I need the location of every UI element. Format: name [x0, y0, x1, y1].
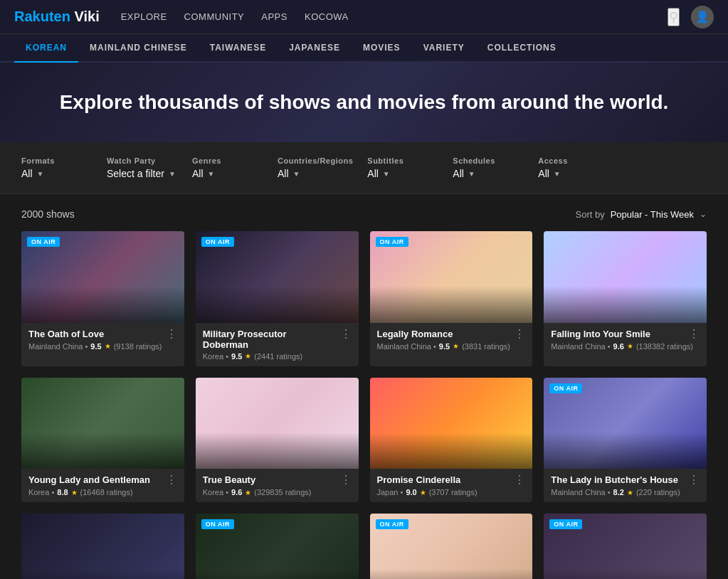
thumb-overlay: [196, 432, 359, 469]
rakuten-text: Rakuten: [14, 9, 70, 24]
show-card[interactable]: ON AIRWhy Women Love⋮Mainland China • 9.…: [370, 514, 533, 579]
user-avatar[interactable]: 👤: [691, 6, 714, 28]
show-title: Falling Into Your Smile: [551, 329, 682, 339]
watch-party-select[interactable]: Select a filter ▼: [107, 168, 178, 179]
show-count: 2000 shows: [21, 208, 75, 220]
ratings-count: (2441 ratings): [254, 352, 302, 361]
subnav-taiwanese[interactable]: TAIWANESE: [199, 34, 278, 63]
show-card[interactable]: Falling Into Your Smile⋮Mainland China •…: [544, 231, 707, 366]
genres-select[interactable]: All ▼: [192, 168, 263, 179]
show-card[interactable]: ON AIRThe Lady in Butcher's House⋮Mainla…: [544, 378, 707, 503]
show-more-button[interactable]: ⋮: [166, 474, 177, 486]
show-meta: Japan • 9.0★(3707 ratings): [377, 488, 526, 496]
show-meta: Korea • 8.8★(16468 ratings): [28, 488, 177, 496]
ratings-count: (220 ratings): [636, 488, 680, 496]
show-more-button[interactable]: ⋮: [340, 474, 352, 486]
nav-kocowa[interactable]: KOCOWA: [305, 11, 349, 22]
sort-chevron-icon: ⌄: [700, 209, 707, 219]
show-rating: 8.8: [57, 488, 68, 496]
show-rating: 9.5: [90, 342, 101, 351]
show-country: Mainland China •: [377, 342, 436, 351]
subtitles-arrow-icon: ▼: [383, 170, 390, 178]
subtitles-select[interactable]: All ▼: [367, 168, 438, 179]
sort-label: Sort by: [576, 209, 605, 220]
logo[interactable]: Rakuten Viki: [14, 9, 100, 25]
show-card[interactable]: ON AIRLegally Romance⋮Mainland China • 9…: [370, 231, 533, 366]
nav-apps[interactable]: APPS: [261, 11, 287, 22]
show-meta: Mainland China • 9.6★(138382 ratings): [551, 342, 700, 351]
watch-party-filter: Watch Party Select a filter ▼: [107, 156, 178, 179]
subnav-korean[interactable]: KOREAN: [14, 34, 78, 63]
show-thumbnail: ON AIR: [370, 231, 533, 323]
show-info: Legally Romance⋮Mainland China • 9.5★(38…: [370, 323, 533, 356]
sort-value: Popular - This Week: [611, 209, 694, 220]
show-more-button[interactable]: ⋮: [166, 329, 177, 340]
countries-label: Countries/Regions: [278, 156, 353, 165]
show-card[interactable]: ON AIRThe Second Husband⋮Korea • 8.3★(37…: [544, 514, 707, 579]
show-rating: 9.0: [406, 488, 416, 496]
show-card[interactable]: True Beauty⋮Korea • 9.6★(329835 ratings): [196, 378, 359, 503]
show-rating: 9.6: [613, 342, 624, 351]
show-thumbnail: [21, 514, 184, 579]
show-title-row: Falling Into Your Smile⋮: [551, 329, 700, 340]
show-more-button[interactable]: ⋮: [514, 329, 525, 340]
show-more-button[interactable]: ⋮: [514, 474, 525, 486]
show-info: The Oath of Love⋮Mainland China • 9.5★(9…: [21, 323, 184, 356]
countries-select[interactable]: All ▼: [278, 168, 353, 179]
countries-filter: Countries/Regions All ▼: [278, 156, 353, 179]
thumb-overlay: [544, 432, 707, 469]
show-title: The Oath of Love: [28, 329, 160, 339]
header-right: ⚲ 👤: [668, 6, 714, 28]
show-title-row: The Lady in Butcher's House⋮: [551, 474, 700, 486]
star-icon: ★: [105, 342, 111, 350]
show-meta: Mainland China • 8.2★(220 ratings): [551, 488, 700, 496]
search-button[interactable]: ⚲: [668, 8, 680, 26]
show-title: Military Prosecutor Doberman: [203, 329, 334, 350]
show-card[interactable]: What's Wrong With Secretary Kim⋮Korea • …: [21, 514, 184, 579]
nav-community[interactable]: COMMUNITY: [184, 11, 245, 22]
subtitles-label: Subtitles: [367, 156, 438, 165]
subnav-japanese[interactable]: JAPANESE: [278, 34, 352, 63]
show-title-row: Promise Cinderella⋮: [377, 474, 526, 486]
show-card[interactable]: Promise Cinderella⋮Japan • 9.0★(3707 rat…: [370, 378, 533, 503]
subnav-movies[interactable]: MOVIES: [352, 34, 412, 63]
show-info: Military Prosecutor Doberman⋮Korea • 9.5…: [196, 323, 359, 366]
star-icon: ★: [71, 489, 78, 496]
star-icon: ★: [245, 352, 251, 360]
show-title-row: Military Prosecutor Doberman⋮: [203, 329, 352, 350]
main-nav: EXPLORE COMMUNITY APPS KOCOWA: [121, 11, 668, 22]
show-thumbnail: [544, 231, 707, 323]
ratings-count: (138382 ratings): [636, 342, 693, 351]
genres-label: Genres: [192, 156, 263, 165]
thumb-overlay: [21, 569, 184, 579]
thumb-overlay: [370, 286, 533, 322]
show-info: Falling Into Your Smile⋮Mainland China •…: [544, 323, 707, 356]
nav-explore[interactable]: EXPLORE: [121, 11, 167, 22]
on-air-badge: ON AIR: [201, 519, 234, 529]
show-card[interactable]: Young Lady and Gentleman⋮Korea • 8.8★(16…: [21, 378, 184, 503]
show-more-button[interactable]: ⋮: [688, 329, 700, 340]
show-meta: Korea • 9.5★(2441 ratings): [203, 352, 352, 361]
ratings-count: (16468 ratings): [80, 488, 133, 496]
show-more-button[interactable]: ⋮: [340, 329, 352, 340]
show-card[interactable]: ON AIRA VIKI ORIGINALCherry Blossoms Aft…: [196, 514, 359, 579]
subnav-mainland-chinese[interactable]: MAINLAND CHINESE: [78, 34, 199, 63]
access-select[interactable]: All ▼: [538, 168, 609, 179]
schedules-filter: Schedules All ▼: [453, 156, 524, 179]
subnav-variety[interactable]: VARIETY: [412, 34, 476, 63]
show-thumbnail: ON AIR: [21, 231, 184, 323]
show-meta: Mainland China • 9.5★(9138 ratings): [28, 342, 177, 351]
on-air-badge: ON AIR: [549, 383, 582, 393]
schedules-select[interactable]: All ▼: [453, 168, 524, 179]
hero-title: Explore thousands of shows and movies fr…: [14, 91, 714, 114]
show-card[interactable]: ON AIRMilitary Prosecutor Doberman⋮Korea…: [196, 231, 359, 366]
subnav-collections[interactable]: COLLECTIONS: [476, 34, 568, 63]
formats-label: Formats: [21, 156, 93, 165]
sort-by-control[interactable]: Sort by Popular - This Week ⌄: [576, 209, 707, 220]
show-more-button[interactable]: ⋮: [688, 474, 700, 486]
thumb-overlay: [370, 569, 533, 579]
genres-arrow-icon: ▼: [208, 170, 215, 178]
show-card[interactable]: ON AIRThe Oath of Love⋮Mainland China • …: [21, 231, 184, 366]
show-title-row: True Beauty⋮: [203, 474, 352, 486]
formats-select[interactable]: All ▼: [21, 168, 93, 179]
